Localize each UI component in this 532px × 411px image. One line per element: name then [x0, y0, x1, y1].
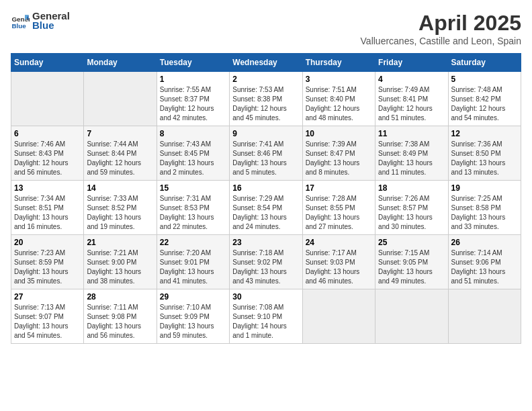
- calendar-cell: 20Sunrise: 7:23 AM Sunset: 8:59 PM Dayli…: [11, 235, 84, 289]
- day-number: 28: [87, 292, 153, 302]
- calendar-cell: 4Sunrise: 7:49 AM Sunset: 8:41 PM Daylig…: [375, 72, 448, 126]
- day-number: 29: [160, 292, 226, 302]
- calendar-week-row: 20Sunrise: 7:23 AM Sunset: 8:59 PM Dayli…: [11, 235, 521, 289]
- day-number: 5: [451, 75, 518, 84]
- calendar-cell: 28Sunrise: 7:11 AM Sunset: 9:08 PM Dayli…: [84, 289, 157, 344]
- day-info: Sunrise: 7:25 AM Sunset: 8:58 PM Dayligh…: [451, 194, 518, 232]
- day-info: Sunrise: 7:14 AM Sunset: 9:06 PM Dayligh…: [451, 248, 518, 286]
- day-number: 10: [306, 129, 372, 138]
- page-header: General Blue General Blue April 2025 Val…: [11, 11, 521, 46]
- calendar-cell: 21Sunrise: 7:21 AM Sunset: 9:00 PM Dayli…: [84, 235, 157, 289]
- day-info: Sunrise: 7:48 AM Sunset: 8:42 PM Dayligh…: [451, 85, 518, 123]
- day-number: 3: [306, 75, 372, 84]
- day-number: 14: [87, 183, 153, 193]
- calendar-cell: 7Sunrise: 7:44 AM Sunset: 8:44 PM Daylig…: [84, 126, 157, 181]
- calendar-cell: [84, 72, 157, 126]
- calendar-cell: 3Sunrise: 7:51 AM Sunset: 8:40 PM Daylig…: [302, 72, 375, 126]
- calendar-cell: 13Sunrise: 7:34 AM Sunset: 8:51 PM Dayli…: [11, 181, 84, 235]
- day-number: 26: [451, 238, 518, 247]
- subtitle: Valluercanes, Castille and Leon, Spain: [361, 36, 521, 46]
- day-info: Sunrise: 7:26 AM Sunset: 8:57 PM Dayligh…: [378, 194, 445, 232]
- col-friday: Friday: [375, 54, 448, 72]
- day-number: 25: [378, 238, 445, 247]
- day-number: 20: [14, 238, 81, 247]
- day-info: Sunrise: 7:41 AM Sunset: 8:46 PM Dayligh…: [232, 140, 299, 177]
- day-number: 13: [14, 183, 81, 193]
- day-info: Sunrise: 7:44 AM Sunset: 8:44 PM Dayligh…: [87, 140, 153, 177]
- day-info: Sunrise: 7:08 AM Sunset: 9:10 PM Dayligh…: [232, 303, 299, 340]
- col-sunday: Sunday: [11, 54, 84, 72]
- day-number: 11: [378, 129, 445, 138]
- day-info: Sunrise: 7:55 AM Sunset: 8:37 PM Dayligh…: [160, 85, 226, 123]
- logo-icon: General Blue: [11, 11, 30, 30]
- calendar-cell: 22Sunrise: 7:20 AM Sunset: 9:01 PM Dayli…: [157, 235, 229, 289]
- day-info: Sunrise: 7:34 AM Sunset: 8:51 PM Dayligh…: [14, 194, 81, 232]
- calendar-week-row: 13Sunrise: 7:34 AM Sunset: 8:51 PM Dayli…: [11, 181, 521, 235]
- day-info: Sunrise: 7:23 AM Sunset: 8:59 PM Dayligh…: [14, 248, 81, 286]
- day-info: Sunrise: 7:11 AM Sunset: 9:08 PM Dayligh…: [87, 303, 153, 340]
- day-number: 12: [451, 129, 518, 138]
- day-number: 6: [14, 129, 81, 138]
- logo-blue-text: Blue: [32, 20, 70, 32]
- day-number: 7: [87, 129, 153, 138]
- day-info: Sunrise: 7:38 AM Sunset: 8:49 PM Dayligh…: [378, 140, 445, 177]
- day-info: Sunrise: 7:43 AM Sunset: 8:45 PM Dayligh…: [160, 140, 226, 177]
- calendar-week-row: 27Sunrise: 7:13 AM Sunset: 9:07 PM Dayli…: [11, 289, 521, 344]
- calendar-cell: 14Sunrise: 7:33 AM Sunset: 8:52 PM Dayli…: [84, 181, 157, 235]
- calendar-cell: 19Sunrise: 7:25 AM Sunset: 8:58 PM Dayli…: [448, 181, 521, 235]
- calendar-cell: 29Sunrise: 7:10 AM Sunset: 9:09 PM Dayli…: [157, 289, 229, 344]
- calendar-cell: 18Sunrise: 7:26 AM Sunset: 8:57 PM Dayli…: [375, 181, 448, 235]
- calendar-cell: 24Sunrise: 7:17 AM Sunset: 9:03 PM Dayli…: [302, 235, 375, 289]
- day-info: Sunrise: 7:39 AM Sunset: 8:47 PM Dayligh…: [306, 140, 372, 177]
- day-number: 24: [306, 238, 372, 247]
- calendar-cell: 30Sunrise: 7:08 AM Sunset: 9:10 PM Dayli…: [230, 289, 302, 344]
- day-info: Sunrise: 7:51 AM Sunset: 8:40 PM Dayligh…: [306, 85, 372, 123]
- day-number: 27: [14, 292, 81, 302]
- day-number: 19: [451, 183, 518, 193]
- calendar-cell: 5Sunrise: 7:48 AM Sunset: 8:42 PM Daylig…: [448, 72, 521, 126]
- day-info: Sunrise: 7:46 AM Sunset: 8:43 PM Dayligh…: [14, 140, 81, 177]
- calendar-cell: 12Sunrise: 7:36 AM Sunset: 8:50 PM Dayli…: [448, 126, 521, 181]
- day-info: Sunrise: 7:21 AM Sunset: 9:00 PM Dayligh…: [87, 248, 153, 286]
- day-number: 16: [232, 183, 299, 193]
- calendar-cell: 11Sunrise: 7:38 AM Sunset: 8:49 PM Dayli…: [375, 126, 448, 181]
- calendar-cell: 23Sunrise: 7:18 AM Sunset: 9:02 PM Dayli…: [230, 235, 302, 289]
- day-number: 15: [160, 183, 226, 193]
- calendar-cell: 10Sunrise: 7:39 AM Sunset: 8:47 PM Dayli…: [302, 126, 375, 181]
- day-number: 8: [160, 129, 226, 138]
- col-thursday: Thursday: [302, 54, 375, 72]
- day-info: Sunrise: 7:36 AM Sunset: 8:50 PM Dayligh…: [451, 140, 518, 177]
- calendar-cell: [448, 289, 521, 344]
- calendar-cell: 16Sunrise: 7:29 AM Sunset: 8:54 PM Dayli…: [230, 181, 302, 235]
- day-info: Sunrise: 7:31 AM Sunset: 8:53 PM Dayligh…: [160, 194, 226, 232]
- calendar-cell: 6Sunrise: 7:46 AM Sunset: 8:43 PM Daylig…: [11, 126, 84, 181]
- calendar-cell: 26Sunrise: 7:14 AM Sunset: 9:06 PM Dayli…: [448, 235, 521, 289]
- day-info: Sunrise: 7:28 AM Sunset: 8:55 PM Dayligh…: [306, 194, 372, 232]
- calendar-cell: 17Sunrise: 7:28 AM Sunset: 8:55 PM Dayli…: [302, 181, 375, 235]
- header-row: Sunday Monday Tuesday Wednesday Thursday…: [11, 54, 521, 72]
- day-info: Sunrise: 7:13 AM Sunset: 9:07 PM Dayligh…: [14, 303, 81, 340]
- day-info: Sunrise: 7:15 AM Sunset: 9:05 PM Dayligh…: [378, 248, 445, 286]
- day-info: Sunrise: 7:10 AM Sunset: 9:09 PM Dayligh…: [160, 303, 226, 340]
- day-number: 21: [87, 238, 153, 247]
- calendar-cell: 2Sunrise: 7:53 AM Sunset: 8:38 PM Daylig…: [230, 72, 302, 126]
- calendar-cell: 25Sunrise: 7:15 AM Sunset: 9:05 PM Dayli…: [375, 235, 448, 289]
- day-number: 1: [160, 75, 226, 84]
- svg-text:Blue: Blue: [11, 22, 26, 30]
- calendar-cell: 8Sunrise: 7:43 AM Sunset: 8:45 PM Daylig…: [157, 126, 229, 181]
- day-number: 30: [232, 292, 299, 302]
- day-info: Sunrise: 7:20 AM Sunset: 9:01 PM Dayligh…: [160, 248, 226, 286]
- title-area: April 2025 Valluercanes, Castille and Le…: [361, 11, 521, 46]
- calendar-cell: 27Sunrise: 7:13 AM Sunset: 9:07 PM Dayli…: [11, 289, 84, 344]
- calendar-cell: 9Sunrise: 7:41 AM Sunset: 8:46 PM Daylig…: [230, 126, 302, 181]
- calendar-table: Sunday Monday Tuesday Wednesday Thursday…: [11, 53, 521, 344]
- day-info: Sunrise: 7:53 AM Sunset: 8:38 PM Dayligh…: [232, 85, 299, 123]
- day-info: Sunrise: 7:49 AM Sunset: 8:41 PM Dayligh…: [378, 85, 445, 123]
- day-number: 9: [232, 129, 299, 138]
- day-info: Sunrise: 7:29 AM Sunset: 8:54 PM Dayligh…: [232, 194, 299, 232]
- col-wednesday: Wednesday: [230, 54, 302, 72]
- day-number: 2: [232, 75, 299, 84]
- day-number: 23: [232, 238, 299, 247]
- col-monday: Monday: [84, 54, 157, 72]
- day-number: 18: [378, 183, 445, 193]
